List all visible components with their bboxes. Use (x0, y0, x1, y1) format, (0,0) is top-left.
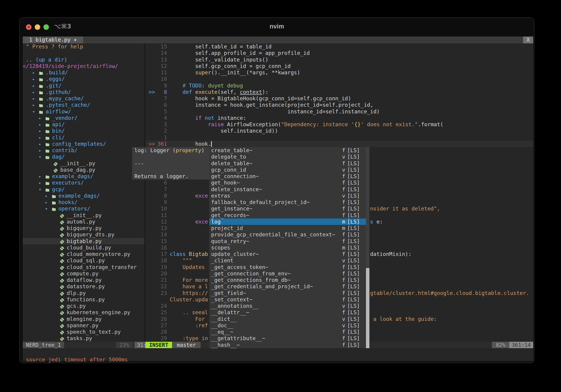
completion-item-create_table[interactable]: create_table~f[LS] (209, 147, 366, 154)
tree-file-bigquery_dtspy[interactable]: bigquery_dts.py (23, 231, 144, 238)
completion-item-_get_credentials_and_project_id[interactable]: _get_credentials_and_project_id~f[LS] (209, 283, 366, 290)
chevron-right-icon[interactable]: ▸ (39, 141, 41, 147)
tree-file-gcspy[interactable]: gcs.py (23, 303, 144, 309)
tree-file-label[interactable]: dlp.py (67, 290, 86, 296)
chevron-right-icon[interactable]: ▸ (32, 69, 35, 76)
chevron-right-icon[interactable]: ▸ (39, 128, 41, 134)
code-line[interactable]: 4 if not instance: (145, 115, 533, 121)
tree-dir-label[interactable]: cli/ (52, 134, 65, 141)
chevron-right-icon[interactable]: ▸ (32, 76, 35, 82)
tree-dir-label[interactable]: dag/ (52, 154, 65, 160)
tree-dir-label[interactable]: .github/ (46, 89, 71, 95)
tree-dir-label[interactable]: executors/ (52, 179, 84, 186)
code-line[interactable]: 5 instance_id=self.instance_id) (145, 108, 533, 115)
tree-dir-operators[interactable]: ▾operators/ (23, 206, 144, 212)
tree-dir-label[interactable]: gcp/ (52, 186, 65, 193)
code-line[interactable]: 12 self.gcp_conn_id = gcp_conn_id (145, 63, 533, 69)
tree-dir-_vendor[interactable]: ▸_vendor/ (23, 115, 144, 121)
tree-file-label[interactable]: cloud_build.py (67, 244, 111, 251)
popup-scrollbar[interactable] (366, 147, 369, 348)
tree-file-cloud_storage_transfer[interactable]: cloud_storage_transfer (23, 264, 144, 270)
chevron-right-icon[interactable]: ▸ (32, 102, 35, 108)
completion-item-quota_retry[interactable]: quota_retry~f[LS] (209, 238, 366, 244)
tree-file-cloud_buildpy[interactable]: cloud_build.py (23, 244, 144, 251)
tree-file-automlpy[interactable]: automl.py (23, 218, 144, 225)
code-line[interactable]: >>8 def execute(self, context): (145, 89, 533, 95)
code-line[interactable]: 15 self.table_id = table_id (145, 43, 533, 50)
tree-dir-label[interactable]: api/ (52, 121, 65, 128)
tree-file-label[interactable]: automl.py (67, 218, 95, 225)
completion-item-log[interactable]: logm[LS] (209, 218, 366, 225)
completion-item-__hash__[interactable]: __hash__~f[LS] (209, 342, 366, 348)
tree-dir-example_dags[interactable]: ▸example_dags/ (23, 173, 144, 179)
chevron-right-icon[interactable]: ▸ (39, 115, 41, 121)
completion-item-__eq__[interactable]: __eq__~f[LS] (209, 329, 366, 335)
chevron-right-icon[interactable]: ▸ (32, 83, 35, 89)
tree-file-mlenginepy[interactable]: mlengine.py (23, 316, 144, 322)
code-line[interactable]: 10 (145, 76, 533, 82)
tree-dir-api[interactable]: ▸api/ (23, 121, 144, 128)
chevron-right-icon[interactable]: ▸ (39, 173, 41, 179)
completion-item-update_cluster[interactable]: update_cluster~f[LS] (209, 251, 366, 257)
tree-file-dlppy[interactable]: dlp.py (23, 290, 144, 296)
tree-updir-label[interactable]: .. (up a dir) (23, 57, 67, 63)
chevron-down-icon[interactable]: ▾ (39, 186, 41, 193)
tree-file-functionspy[interactable]: functions.py (23, 296, 144, 303)
chevron-right-icon[interactable]: ▸ (32, 89, 35, 95)
chevron-right-icon[interactable]: ▸ (39, 179, 41, 186)
tab-close-button[interactable]: X (523, 37, 533, 43)
chevron-down-icon[interactable]: ▾ (45, 206, 48, 212)
tree-dir-label[interactable]: .eggs/ (46, 76, 65, 82)
tree-file-datastorepy[interactable]: datastore.py (23, 283, 144, 290)
tree-dir-label[interactable]: .git/ (46, 83, 62, 89)
tree-file-spannerpy[interactable]: spanner.py (23, 322, 144, 329)
completion-item-delete_table[interactable]: delete_table~f[LS] (209, 160, 366, 167)
code-line[interactable]: 3 raise AirflowException("Dependency: in… (145, 121, 533, 128)
chevron-right-icon[interactable]: ▸ (39, 121, 41, 128)
tree-dir-label[interactable]: example_dags/ (58, 193, 100, 199)
tree-file-label[interactable]: spanner.py (67, 322, 98, 329)
tree-dir-label[interactable]: .pytest_cache/ (46, 102, 90, 108)
tree-file-label[interactable]: kubernetes_engine.py (67, 309, 130, 316)
tree-file-label[interactable]: bigquery.py (67, 225, 102, 231)
chevron-right-icon[interactable]: ▸ (45, 193, 48, 199)
nerdtree-pane[interactable]: " Press ? for help .. (up a dir)</128419… (23, 43, 144, 342)
completion-item-delete_instance[interactable]: delete_instance~f[LS] (209, 186, 366, 193)
tree-file-base_dagpy[interactable]: base_dag.py (23, 167, 144, 173)
tree-file-computepy[interactable]: compute.py (23, 270, 144, 277)
tree-dir-label[interactable]: operators/ (58, 206, 90, 212)
completion-item-__doc__[interactable]: __doc__v[LS] (209, 322, 366, 329)
tree-file-label[interactable]: compute.py (67, 270, 98, 277)
tree-file-kubernetes_enginepy[interactable]: kubernetes_engine.py (23, 309, 144, 316)
completion-item-get_instance[interactable]: get_instance~f[LS] (209, 206, 366, 212)
chevron-right-icon[interactable]: ▸ (45, 199, 48, 206)
tree-file-label[interactable]: __init__.py (60, 160, 95, 167)
tree-file-taskspy[interactable]: tasks.py (23, 335, 144, 341)
tree-file-label[interactable]: dataflow.py (67, 277, 102, 283)
tree-file-__init__py[interactable]: __init__.py (23, 212, 144, 218)
code-line[interactable]: >>361 hook. (145, 141, 533, 147)
completion-item-_get_access_token[interactable]: _get_access_token~f[LS] (209, 264, 366, 270)
tree-file-label[interactable]: tasks.py (67, 335, 92, 341)
tree-file-label[interactable]: speech_to_text.py (67, 329, 121, 335)
completion-item-project_id[interactable]: project_idm[LS] (209, 225, 366, 231)
tree-dir-airflow[interactable]: ▾airflow/ (23, 108, 144, 115)
tree-file-label[interactable]: base_dag.py (60, 167, 95, 173)
tree-file-label[interactable]: cloud_memorystore.py (67, 251, 130, 257)
completion-item-__delattr__[interactable]: __delattr__~f[LS] (209, 309, 366, 316)
tree-file-label[interactable]: gcs.py (67, 303, 86, 309)
tree-dir-label[interactable]: .mypy_cache/ (46, 95, 84, 102)
tree-dir-cli[interactable]: ▸cli/ (23, 134, 144, 141)
tree-dir-example_dags[interactable]: ▸example_dags/ (23, 193, 144, 199)
tree-dir-git[interactable]: ▸.git/ (23, 83, 144, 89)
code-line[interactable]: 13 self._validate_inputs() (145, 56, 533, 63)
chevron-right-icon[interactable]: ▸ (39, 147, 41, 154)
tree-dir-label[interactable]: contrib/ (52, 147, 78, 154)
completion-item-_get_field[interactable]: _get_field~f[LS] (209, 290, 366, 296)
tree-dir-pytest_cache[interactable]: ▸.pytest_cache/ (23, 102, 144, 108)
tree-file-speech_to_textpy[interactable]: speech_to_text.py (23, 329, 144, 335)
tree-file-bigquerypy[interactable]: bigquery.py (23, 225, 144, 231)
completion-item-__getattribute__[interactable]: __getattribute__~f[LS] (209, 335, 366, 341)
completion-item-gcp_conn_id[interactable]: gcp_conn_idv[LS] (209, 167, 366, 173)
popup-scrollbar-thumb[interactable] (366, 268, 369, 348)
